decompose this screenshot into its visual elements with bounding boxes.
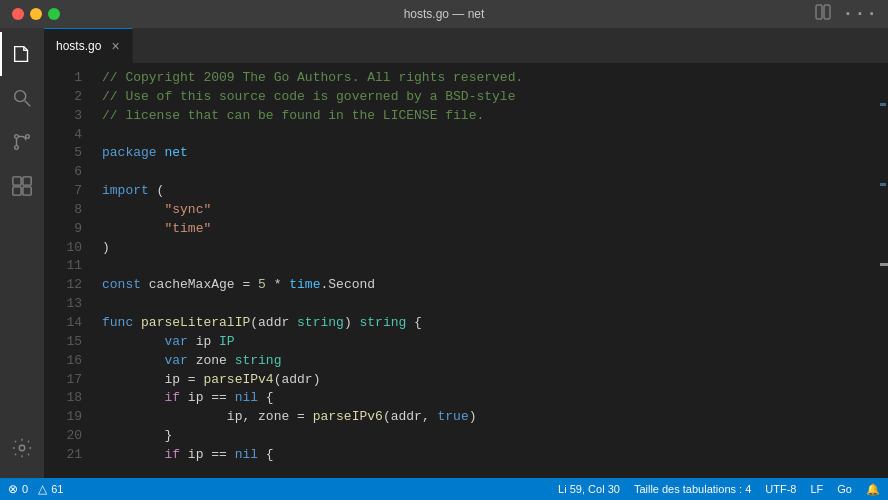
status-right: Li 59, Col 30 Taille des tabulations : 4… bbox=[558, 483, 880, 496]
line-ending[interactable]: LF bbox=[810, 483, 823, 495]
line-numbers: 1 2 3 4 5 6 7 8 9 10 11 12 13 14 15 16 1… bbox=[44, 63, 94, 478]
error-icon: ⊗ bbox=[8, 482, 18, 496]
tab-hosts-go[interactable]: hosts.go × bbox=[44, 28, 133, 63]
activity-bar bbox=[0, 28, 44, 478]
minimap-marker-2 bbox=[880, 183, 886, 186]
svg-rect-7 bbox=[13, 177, 21, 185]
minimap-marker-1 bbox=[880, 103, 886, 106]
close-button[interactable] bbox=[12, 8, 24, 20]
svg-point-4 bbox=[15, 135, 19, 139]
status-left: ⊗ 0 △ 61 bbox=[8, 482, 63, 496]
activity-search[interactable] bbox=[0, 76, 44, 120]
feedback-icon[interactable]: 🔔 bbox=[866, 483, 880, 496]
svg-rect-0 bbox=[816, 5, 822, 19]
tab-label: hosts.go bbox=[56, 39, 101, 53]
error-count: 0 bbox=[22, 483, 28, 495]
activity-files[interactable] bbox=[0, 32, 44, 76]
minimap bbox=[876, 63, 888, 478]
activity-bottom bbox=[0, 426, 44, 470]
minimap-scroll-indicator bbox=[880, 263, 888, 266]
warning-count: 61 bbox=[51, 483, 63, 495]
svg-point-11 bbox=[19, 445, 25, 451]
activity-extensions[interactable] bbox=[0, 164, 44, 208]
activity-source-control[interactable] bbox=[0, 120, 44, 164]
cursor-position[interactable]: Li 59, Col 30 bbox=[558, 483, 620, 495]
window-controls bbox=[12, 8, 60, 20]
activity-settings[interactable] bbox=[0, 426, 44, 470]
code-editor[interactable]: // Copyright 2009 The Go Authors. All ri… bbox=[94, 63, 876, 478]
svg-point-6 bbox=[15, 146, 19, 150]
svg-rect-1 bbox=[824, 5, 830, 19]
tab-bar: hosts.go × bbox=[44, 28, 888, 63]
svg-point-5 bbox=[26, 135, 30, 139]
maximize-button[interactable] bbox=[48, 8, 60, 20]
encoding[interactable]: UTF-8 bbox=[765, 483, 796, 495]
status-errors[interactable]: ⊗ 0 bbox=[8, 482, 28, 496]
svg-rect-9 bbox=[13, 187, 21, 195]
svg-rect-8 bbox=[23, 177, 31, 185]
main-layout: hosts.go × 1 2 3 4 5 6 7 8 9 10 11 12 13… bbox=[0, 28, 888, 478]
editor-area: hosts.go × 1 2 3 4 5 6 7 8 9 10 11 12 13… bbox=[44, 28, 888, 478]
titlebar-actions: ··· bbox=[815, 4, 878, 25]
editor[interactable]: 1 2 3 4 5 6 7 8 9 10 11 12 13 14 15 16 1… bbox=[44, 63, 888, 478]
svg-rect-10 bbox=[23, 187, 31, 195]
status-warnings[interactable]: △ 61 bbox=[38, 482, 63, 496]
tab-size[interactable]: Taille des tabulations : 4 bbox=[634, 483, 751, 495]
more-actions-icon[interactable]: ··· bbox=[843, 4, 878, 24]
split-editor-icon[interactable] bbox=[815, 4, 831, 25]
titlebar: hosts.go — net ··· bbox=[0, 0, 888, 28]
svg-point-2 bbox=[15, 91, 26, 102]
minimize-button[interactable] bbox=[30, 8, 42, 20]
window-title: hosts.go — net bbox=[404, 7, 485, 21]
status-bar: ⊗ 0 △ 61 Li 59, Col 30 Taille des tabula… bbox=[0, 478, 888, 500]
language-mode[interactable]: Go bbox=[837, 483, 852, 495]
svg-line-3 bbox=[25, 101, 31, 107]
tab-close-icon[interactable]: × bbox=[111, 38, 119, 54]
warning-icon: △ bbox=[38, 482, 47, 496]
